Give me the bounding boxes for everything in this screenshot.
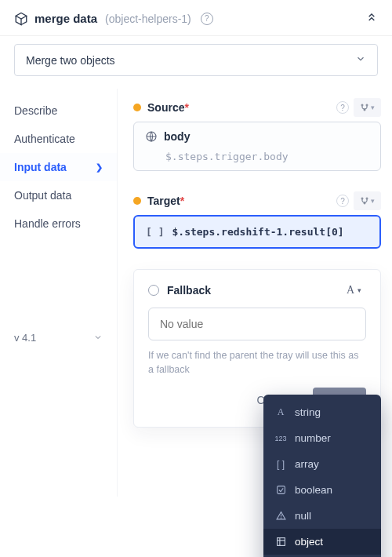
version-select[interactable]: v 4.1 [0,324,117,351]
array-icon: [ ] [146,226,164,238]
source-value-title: body [164,130,190,143]
globe-icon [145,130,158,143]
type-menu: A string 123 number [ ] array boolean [263,395,381,557]
branch-icon[interactable]: ▾ [354,98,381,117]
field-target: Target* ? ▾ [ ] $.steps.redshift-1.resul… [133,191,381,249]
string-icon: A [274,406,287,418]
type-item-label: number [295,432,331,444]
chevron-down-icon [93,333,103,344]
help-icon[interactable]: ? [336,101,349,114]
operation-select[interactable]: Merge two objects [14,44,378,76]
help-icon[interactable]: ? [336,195,349,207]
field-source: Source* ? ▾ body $.steps.trigge [133,98,381,171]
target-input[interactable]: [ ] $.steps.redshift-1.result[0] [133,215,381,249]
type-item-boolean[interactable]: boolean [263,477,381,503]
svg-rect-7 [277,486,285,494]
status-dot-icon [133,104,141,111]
panel-header: merge data (object-helpers-1) ? [0,0,392,36]
main-panel: Source* ? ▾ body $.steps.trigge [118,89,392,497]
cube-icon [14,12,28,26]
sidebar-item-label: Authenticate [14,133,75,145]
object-icon [274,537,287,547]
field-label: Target* [147,195,184,207]
svg-point-9 [281,518,281,519]
help-icon[interactable]: ? [201,13,213,25]
svg-point-1 [366,104,368,106]
sidebar-item-label: Input data [14,161,67,173]
fallback-input[interactable] [148,308,366,340]
type-item-label: array [295,458,319,470]
source-value-path: $.steps.trigger.body [165,151,369,162]
sidebar-item-label: Handle errors [14,217,81,230]
sidebar-item-label: Describe [14,104,57,117]
sidebar-item-output-data[interactable]: Output data [0,181,117,209]
status-dot-icon [133,197,141,205]
type-item-label: string [295,406,321,418]
fallback-radio[interactable] [148,285,159,296]
svg-point-0 [361,104,363,106]
field-label: Source* [147,101,189,114]
sidebar-item-label: Output data [14,189,71,202]
type-item-null[interactable]: null [263,503,381,529]
array-icon: [ ] [274,459,287,470]
type-letter-icon: A [347,284,354,297]
type-select-button[interactable]: A ▾ [342,282,366,298]
type-item-number[interactable]: 123 number [263,425,381,451]
type-item-object[interactable]: object [263,529,381,555]
chevron-right-icon: ❯ [96,162,103,173]
source-value-box[interactable]: body $.steps.trigger.body [133,122,381,171]
type-item-label: null [295,510,311,522]
branch-icon[interactable]: ▾ [354,191,381,210]
fallback-help-text: If we can't find the parent the tray wil… [148,348,366,377]
collapse-icon[interactable] [365,11,378,26]
svg-point-5 [366,198,368,199]
sidebar-item-handle-errors[interactable]: Handle errors [0,209,117,238]
operation-label: Merge two objects [26,54,115,67]
fallback-title: Fallback [167,284,211,297]
chevron-down-icon [355,53,366,67]
sidebar: Describe Authenticate Input data ❯ Outpu… [0,89,118,497]
sidebar-item-describe[interactable]: Describe [0,96,117,125]
type-item-array[interactable]: [ ] array [263,451,381,477]
type-item-label: boolean [295,484,332,496]
sidebar-item-authenticate[interactable]: Authenticate [0,125,117,153]
number-icon: 123 [274,435,287,442]
panel-title: merge data [34,12,97,25]
svg-rect-10 [277,538,285,546]
version-label: v 4.1 [14,332,36,344]
chevron-down-icon: ▾ [358,286,361,294]
svg-point-4 [361,198,363,199]
null-icon [274,511,287,521]
panel-subtitle: (object-helpers-1) [105,13,191,25]
type-item-string[interactable]: A string [263,399,381,425]
boolean-icon [274,485,287,495]
operation-row: Merge two objects [0,36,392,89]
type-item-label: object [295,536,323,548]
target-value: $.steps.redshift-1.result[0] [172,226,343,238]
sidebar-item-input-data[interactable]: Input data ❯ [0,153,117,181]
